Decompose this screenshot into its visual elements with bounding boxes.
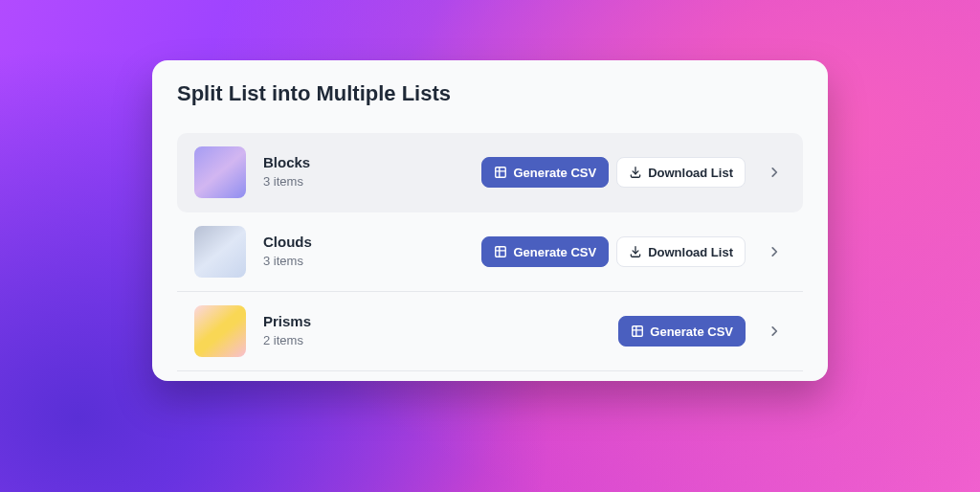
list-info: Prisms 2 items bbox=[263, 313, 601, 349]
list-name: Clouds bbox=[263, 234, 464, 252]
download-icon bbox=[629, 166, 642, 179]
list-info: Clouds 3 items bbox=[263, 234, 464, 270]
list-name: Blocks bbox=[263, 154, 464, 172]
panel-card: Split List into Multiple Lists Blocks 3 … bbox=[152, 60, 828, 381]
download-list-button[interactable]: Download List bbox=[616, 157, 746, 188]
button-label: Download List bbox=[648, 246, 733, 258]
svg-rect-0 bbox=[496, 168, 506, 178]
list-thumbnail bbox=[194, 226, 246, 278]
list-item-count: 2 items bbox=[263, 333, 601, 349]
svg-rect-3 bbox=[496, 247, 506, 257]
list-info: Blocks 3 items bbox=[263, 154, 464, 190]
download-icon bbox=[629, 245, 642, 258]
generate-csv-button[interactable]: Generate CSV bbox=[481, 157, 609, 188]
list-thumbnail bbox=[194, 146, 246, 198]
row-actions: Generate CSV Download List bbox=[481, 236, 746, 267]
list-row[interactable]: Blocks 3 items Generate CSV Download Lis… bbox=[177, 133, 803, 212]
generate-csv-button[interactable]: Generate CSV bbox=[481, 236, 609, 267]
chevron-right-icon[interactable] bbox=[763, 166, 786, 179]
list-thumbnail bbox=[194, 305, 246, 357]
button-label: Generate CSV bbox=[650, 325, 733, 338]
button-label: Generate CSV bbox=[513, 246, 596, 258]
table-icon bbox=[631, 324, 644, 338]
table-icon bbox=[494, 245, 507, 258]
button-label: Generate CSV bbox=[513, 167, 596, 179]
list-row[interactable]: Prisms 2 items Generate CSV bbox=[177, 292, 803, 371]
button-label: Download List bbox=[648, 167, 733, 179]
chevron-right-icon[interactable] bbox=[763, 324, 786, 338]
list-item-count: 3 items bbox=[263, 254, 464, 270]
list-item-count: 3 items bbox=[263, 174, 464, 190]
download-list-button[interactable]: Download List bbox=[616, 236, 746, 267]
list-name: Prisms bbox=[263, 313, 601, 331]
table-icon bbox=[494, 166, 507, 179]
list-row[interactable]: Clouds 3 items Generate CSV Download Lis… bbox=[177, 212, 803, 292]
chevron-right-icon[interactable] bbox=[763, 245, 786, 258]
row-actions: Generate CSV bbox=[618, 316, 746, 347]
row-actions: Generate CSV Download List bbox=[481, 157, 746, 188]
svg-rect-6 bbox=[633, 326, 643, 337]
generate-csv-button[interactable]: Generate CSV bbox=[618, 316, 746, 347]
panel-title: Split List into Multiple Lists bbox=[177, 81, 803, 106]
